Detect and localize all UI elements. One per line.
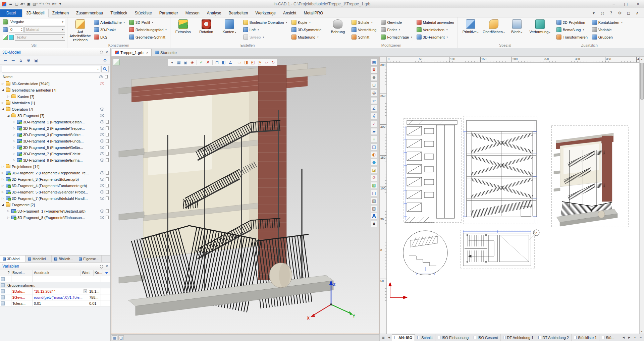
- notes-icon[interactable]: ▤: [371, 205, 377, 212]
- expand-arrow-icon[interactable]: [2, 203, 6, 206]
- view-window-icon[interactable]: ◱: [371, 144, 377, 150]
- extrusion-button[interactable]: Extrusion: [172, 18, 194, 41]
- expand-arrow-icon[interactable]: [2, 82, 6, 85]
- tab-datei[interactable]: Datei: [0, 9, 22, 17]
- highlight-color-swatch[interactable]: [9, 35, 14, 40]
- sheet-icon[interactable]: [106, 177, 109, 181]
- 3d-symmetrie-button[interactable]: 3D-Symmetrie: [290, 26, 323, 33]
- visibility-eye-icon[interactable]: [100, 108, 104, 111]
- select-angle-icon[interactable]: ∠: [227, 59, 233, 65]
- zoom-all-icon[interactable]: ◎: [371, 90, 377, 96]
- scrollbar-thumb[interactable]: [640, 63, 644, 100]
- variable-group-row[interactable]: Gruppenrahmen:: [0, 282, 110, 288]
- transformieren-button[interactable]: Transformieren: [555, 34, 589, 41]
- sheet-tab[interactable]: ISO Einhausung: [435, 334, 471, 341]
- visibility-eye-icon[interactable]: [100, 127, 104, 130]
- color-swatch[interactable]: [3, 35, 8, 40]
- material-combo[interactable]: Material▾: [24, 26, 65, 33]
- ribbon-tab[interactable]: Analyse: [203, 9, 225, 17]
- tree-item[interactable]: 3D-Fragment_3 (Fragmente\Stütze...: [0, 131, 110, 138]
- sheet-next-icon[interactable]: ▶: [627, 335, 632, 340]
- sweep-button[interactable]: Sweep▾: [242, 34, 288, 41]
- visibility-eye-icon[interactable]: [100, 82, 104, 85]
- magnet-snap-icon[interactable]: U: [371, 66, 377, 73]
- options-icon[interactable]: ▾: [57, 1, 63, 7]
- visibility-eye-icon[interactable]: [100, 190, 104, 193]
- expand-arrow-icon[interactable]: [2, 108, 6, 111]
- ribbon-tab[interactable]: Bearbeiten: [225, 9, 252, 17]
- expand-arrow-icon[interactable]: [2, 101, 6, 104]
- material-sphere-icon[interactable]: ●: [371, 159, 377, 166]
- snap-nodes-icon[interactable]: ▣: [182, 59, 189, 65]
- tree-item[interactable]: 3D-Fragment_3 (Fragmente\Stützen.grb): [0, 176, 110, 182]
- sheet-tab[interactable]: DT Anbindung 2: [536, 334, 572, 341]
- window-layout-icon[interactable]: ▦: [112, 335, 117, 340]
- drawing-canvas[interactable]: Z: [387, 63, 639, 334]
- visibility-eye-icon[interactable]: [100, 114, 104, 117]
- workplane-front-icon[interactable]: ▭: [236, 59, 243, 65]
- sheet-tab[interactable]: DT Anbindung 1: [501, 334, 536, 341]
- tree-item[interactable]: 3D-Fragment_1 (Fragmente\Bestand.grb): [0, 208, 110, 214]
- search-input[interactable]: ▾: [2, 66, 100, 72]
- workplane-custom-icon[interactable]: ▱: [263, 59, 269, 65]
- sheet-tab[interactable]: Stü...: [599, 334, 617, 341]
- menu-icon[interactable]: ≡: [8, 1, 13, 7]
- tree-item[interactable]: Fragmente [2]: [0, 202, 110, 208]
- visibility-eye-icon[interactable]: [100, 152, 104, 155]
- sheet-list-icon[interactable]: ≡: [638, 335, 643, 340]
- sheet-tab[interactable]: Schnitt: [415, 334, 435, 341]
- musterung-button[interactable]: Musterung▾: [290, 34, 323, 41]
- sheet-icon[interactable]: [106, 133, 109, 136]
- open-file-icon[interactable]: ▱: [20, 1, 25, 7]
- primitive-button[interactable]: Primitive▾: [460, 18, 481, 41]
- tree-column-header[interactable]: Name: [0, 73, 110, 80]
- scroll-down-icon[interactable]: ▼: [640, 329, 644, 334]
- sheet-icon[interactable]: [106, 120, 109, 124]
- variable-new-row[interactable]: [0, 276, 110, 282]
- close-icon[interactable]: ×: [106, 265, 108, 268]
- visibility-eye-icon[interactable]: [100, 197, 104, 200]
- save-icon[interactable]: ▣: [26, 1, 32, 7]
- $Datu...[interactable]: $Datu... "18.12.2024" 18.1...: [0, 288, 110, 294]
- expand-arrow-icon[interactable]: [7, 95, 11, 98]
- lks-button[interactable]: LKS: [93, 34, 126, 41]
- select-window-icon[interactable]: ◻: [214, 59, 220, 65]
- collapse-ribbon-icon[interactable]: ∧: [635, 10, 640, 16]
- forward-icon[interactable]: →: [10, 58, 16, 63]
- sheet-icon[interactable]: [106, 196, 109, 200]
- sheet-icon[interactable]: [106, 158, 109, 162]
- workplane-iso-icon[interactable]: ◳: [257, 59, 263, 65]
- sheet-icon[interactable]: [106, 139, 109, 143]
- minimize-button[interactable]: –: [608, 0, 620, 8]
- variables-column-header[interactable]: ? Bezei... Ausdruck Wert Ko...: [0, 270, 110, 276]
- bohrung-button[interactable]: Bohrung: [327, 18, 348, 41]
- refresh-projection-icon[interactable]: ↻: [270, 59, 276, 65]
- visibility-eye-icon[interactable]: [100, 146, 104, 149]
- sheet-icon[interactable]: [106, 209, 109, 213]
- sheet-tab[interactable]: AN+ISO: [392, 334, 415, 341]
- expand-arrow-icon[interactable]: [13, 120, 17, 123]
- variable-expression[interactable]: "18.12.2024": [33, 288, 88, 294]
- spinner-arrows-icon[interactable]: ▲▼: [21, 27, 23, 32]
- workplane-side-icon[interactable]: ◨: [243, 59, 249, 65]
- kopie-button[interactable]: Kopie▾: [290, 19, 323, 26]
- ribbon-tab[interactable]: Titelblock: [107, 9, 131, 17]
- check-model-icon[interactable]: ✓: [371, 120, 377, 127]
- tree-item[interactable]: Projektionen [14]: [0, 163, 110, 170]
- visibility-eye-icon[interactable]: [100, 184, 104, 187]
- sheet-icon[interactable]: [106, 216, 109, 219]
- tree-item[interactable]: Geometrische Einheiten [7]: [0, 87, 110, 93]
- panel-tab[interactable]: 3D-Mod...: [0, 255, 25, 262]
- bemassung-button[interactable]: Bemaßung▾: [555, 26, 589, 33]
- variable-expression[interactable]: 0.01: [33, 300, 88, 306]
- new-document-icon[interactable]: ▢: [14, 1, 19, 7]
- text-edit-icon[interactable]: A: [371, 221, 377, 227]
- undo-icon[interactable]: ↶: [39, 1, 45, 7]
- feedback-icon[interactable]: ◻: [626, 10, 631, 16]
- render-mode-icon[interactable]: ◐: [371, 151, 377, 158]
- schnitt-button[interactable]: Schnitt: [350, 34, 378, 41]
- ribbon-tab[interactable]: Werkzeuge: [252, 9, 279, 17]
- ribbon-tab[interactable]: Zeichnen: [49, 9, 72, 17]
- geometrie-schnitt-button[interactable]: Geometrie-Schnitt: [128, 34, 168, 41]
- ribbon-display-icon[interactable]: ▾: [591, 10, 596, 16]
